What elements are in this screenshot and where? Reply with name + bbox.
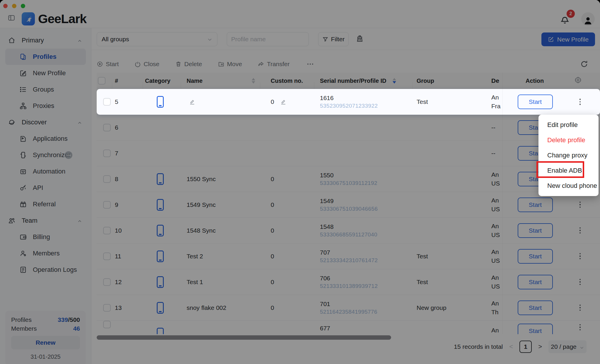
app-window: GeeLark 2 PrimaryProfilesNew ProfileGrou… — [0, 0, 600, 364]
start-button[interactable]: Start — [518, 95, 553, 109]
row-checkbox[interactable] — [103, 98, 111, 106]
menu-item-change-proxy[interactable]: Change proxy — [538, 148, 599, 163]
profile-name-cell — [181, 98, 260, 106]
action-cell: Start — [502, 89, 595, 115]
menu-item-new-cloud-phone[interactable]: New cloud phone — [538, 178, 599, 193]
menu-item-edit-profile[interactable]: Edit profile — [538, 117, 599, 133]
serial-cell: 1616 535230952071233922 — [314, 94, 412, 110]
menu-item-delete-profile[interactable]: Delete profile — [538, 133, 599, 148]
profile-id: 535230952071233922 — [320, 102, 412, 110]
cloud-phone-icon — [157, 96, 164, 108]
table-row: 5 0 1616 535230952071233922 Test AnFra — [97, 89, 600, 115]
row-context-menu: Edit profileDelete profileChange proxyEn… — [538, 115, 599, 196]
row-number: 5 — [112, 98, 143, 105]
row-menu-icon[interactable] — [578, 97, 583, 107]
device-cell: AnFra — [491, 93, 502, 111]
custom-no-cell: 0 — [260, 98, 314, 106]
dim-overlay — [0, 0, 600, 364]
edit-custom-no-icon[interactable] — [279, 98, 287, 106]
enable-adb-annotation-box — [536, 161, 584, 178]
edit-name-icon[interactable] — [188, 98, 196, 106]
group-cell: Test — [412, 98, 491, 105]
